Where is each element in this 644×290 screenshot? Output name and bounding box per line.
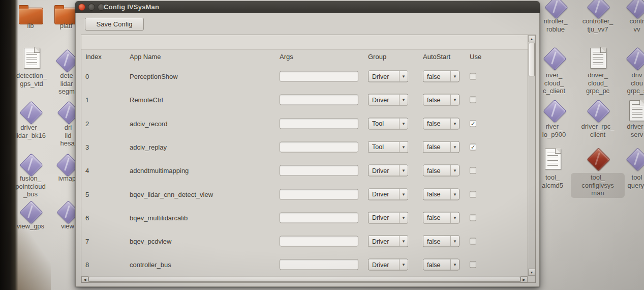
row-autostart-dropdown[interactable]: false ▼ — [423, 165, 459, 177]
group-value: Tool — [369, 143, 399, 151]
row-index: 4 — [85, 167, 89, 175]
chevron-down-icon: ▼ — [450, 95, 459, 105]
chevron-down-icon: ▼ — [450, 259, 459, 270]
row-args-input[interactable] — [280, 212, 358, 223]
row-group-dropdown[interactable]: Driver ▼ — [368, 236, 408, 247]
table-row: 7 bqev_pcdview Driver ▼ false ▼ — [81, 229, 528, 253]
row-args-input[interactable] — [280, 141, 358, 152]
scroll-down-icon[interactable]: ▼ — [528, 269, 535, 276]
row-group-dropdown[interactable]: Driver ▼ — [368, 71, 408, 82]
row-group-dropdown[interactable]: Driver ▼ — [368, 94, 408, 106]
row-autostart-dropdown[interactable]: false ▼ — [423, 118, 459, 129]
table-top-strip — [81, 35, 528, 50]
row-app-name: bqev_multilidarcalib — [130, 214, 188, 221]
desktop-icon-driver-serv[interactable]: driver_serv — [614, 99, 644, 122]
desktop-icon-image — [614, 99, 644, 122]
scroll-up-icon[interactable]: ▲ — [528, 35, 535, 42]
row-group-dropdown[interactable]: Tool ▼ — [368, 141, 408, 153]
vertical-scroll-thumb[interactable] — [529, 43, 535, 76]
titlebar[interactable]: Config IVSysMan — [75, 1, 540, 13]
desktop-icon-tool-queryr[interactable]: toolqueryr — [614, 148, 644, 170]
minimize-icon[interactable] — [88, 4, 95, 11]
monitor-bezel — [0, 0, 18, 290]
row-args-input[interactable] — [280, 118, 358, 129]
row-args-input[interactable] — [280, 71, 358, 82]
row-app-name: adciv_replay — [130, 143, 167, 151]
scroll-right-icon[interactable]: ▶ — [520, 276, 528, 282]
row-app-name: bqev_lidar_cnn_detect_view — [130, 190, 213, 198]
table-row: 6 bqev_multilidarcalib Driver ▼ false ▼ — [81, 206, 528, 229]
desktop-icon-label: drivclougrpc_s — [610, 71, 644, 96]
table-row: 8 controller_bus Driver ▼ false ▼ — [81, 253, 528, 276]
row-use-checkbox[interactable] — [470, 262, 476, 268]
row-index: 3 — [85, 143, 89, 151]
chevron-down-icon: ▼ — [450, 165, 459, 176]
row-autostart-dropdown[interactable]: false ▼ — [423, 236, 459, 247]
row-index: 0 — [85, 73, 89, 80]
config-table-panel: Index App Name Args Group AutoStart Use … — [81, 35, 536, 283]
desktop-icon-label: toolqueryr — [610, 173, 644, 190]
horizontal-scrollbar[interactable]: ◀ ▶ — [81, 276, 528, 282]
desktop-icon-driv-clou-grpc-s[interactable]: drivclougrpc_s — [614, 47, 644, 69]
row-autostart-dropdown[interactable]: false ▼ — [423, 71, 459, 82]
table-row: 3 adciv_replay Tool ▼ false ▼ ✓ — [81, 135, 528, 159]
row-args-input[interactable] — [280, 165, 358, 176]
row-use-checkbox[interactable]: ✓ — [470, 120, 476, 127]
row-app-name: controller_bus — [130, 261, 171, 269]
row-app-name: adciv_record — [130, 120, 167, 127]
vertical-scrollbar[interactable]: ▲ ▼ — [528, 35, 535, 276]
table-row: 5 bqev_lidar_cnn_detect_view Driver ▼ fa… — [81, 183, 528, 206]
desktop-icon-label: driver_serv — [610, 122, 644, 139]
row-use-checkbox[interactable] — [470, 167, 476, 174]
config-window: Config IVSysMan Save Config Index App Na… — [75, 1, 540, 287]
chevron-down-icon: ▼ — [399, 165, 408, 176]
save-config-button[interactable]: Save Config — [85, 18, 144, 31]
group-value: Driver — [369, 73, 399, 80]
desktop-icon-contr-vv[interactable]: contrvv — [614, 0, 644, 18]
row-group-dropdown[interactable]: Tool ▼ — [368, 118, 408, 129]
chevron-down-icon: ▼ — [450, 212, 459, 223]
autostart-value: false — [423, 238, 450, 245]
row-autostart-dropdown[interactable]: false ▼ — [423, 141, 459, 153]
row-args-input[interactable] — [280, 236, 358, 247]
header-use: Use — [470, 53, 481, 61]
close-icon[interactable] — [78, 4, 85, 11]
row-autostart-dropdown[interactable]: false ▼ — [423, 188, 459, 200]
row-autostart-dropdown[interactable]: false ▼ — [423, 259, 459, 271]
header-app-name: App Name — [130, 53, 161, 61]
row-app-name: RemoteCtrl — [130, 96, 163, 104]
chevron-down-icon: ▼ — [399, 118, 408, 129]
autostart-value: false — [423, 143, 450, 151]
group-value: Driver — [369, 96, 399, 103]
chevron-down-icon: ▼ — [450, 118, 459, 129]
autostart-value: false — [423, 120, 450, 127]
row-use-checkbox[interactable] — [470, 191, 476, 197]
row-autostart-dropdown[interactable]: false ▼ — [423, 94, 459, 106]
chevron-down-icon: ▼ — [399, 95, 408, 105]
row-group-dropdown[interactable]: Driver ▼ — [368, 212, 408, 223]
chevron-down-icon: ▼ — [399, 189, 408, 199]
chevron-down-icon: ▼ — [399, 236, 408, 247]
scroll-left-icon[interactable]: ◀ — [81, 276, 88, 282]
row-args-input[interactable] — [280, 259, 358, 270]
chevron-down-icon: ▼ — [399, 71, 408, 82]
row-group-dropdown[interactable]: Driver ▼ — [368, 259, 408, 271]
group-value: Driver — [369, 191, 399, 198]
row-args-input[interactable] — [280, 95, 358, 105]
row-autostart-dropdown[interactable]: false ▼ — [423, 212, 459, 223]
row-group-dropdown[interactable]: Driver ▼ — [368, 188, 408, 200]
row-app-name: bqev_pcdview — [130, 238, 171, 245]
row-args-input[interactable] — [280, 189, 358, 199]
row-use-checkbox[interactable] — [470, 73, 476, 80]
group-value: Driver — [369, 214, 399, 221]
row-use-checkbox[interactable]: ✓ — [470, 143, 476, 150]
horizontal-scroll-thumb[interactable] — [88, 277, 520, 282]
row-use-checkbox[interactable] — [470, 214, 476, 221]
table-row: 1 RemoteCtrl Driver ▼ false ▼ — [81, 88, 528, 111]
autostart-value: false — [423, 73, 450, 80]
row-group-dropdown[interactable]: Driver ▼ — [368, 165, 408, 177]
chevron-down-icon: ▼ — [450, 189, 459, 199]
row-use-checkbox[interactable] — [470, 238, 476, 245]
row-use-checkbox[interactable] — [470, 97, 476, 103]
group-value: Driver — [369, 167, 399, 174]
